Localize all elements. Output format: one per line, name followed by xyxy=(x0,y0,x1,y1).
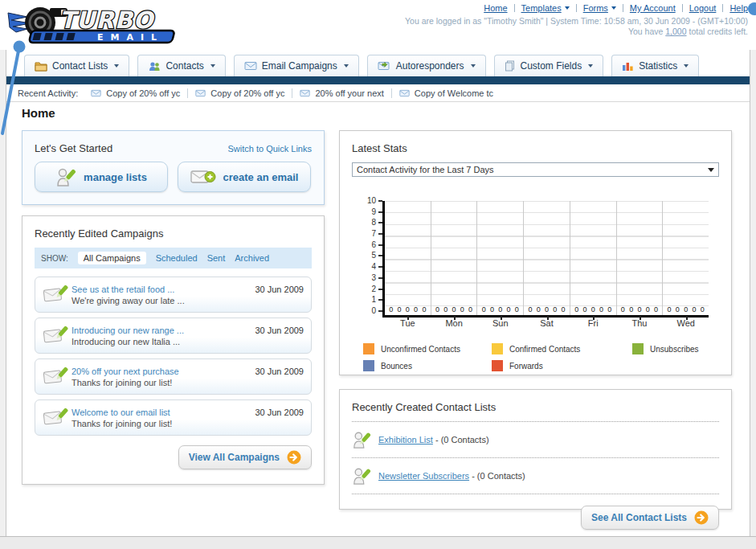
header-link-templates[interactable]: Templates xyxy=(521,3,570,13)
chart-value-label: 0 xyxy=(507,305,511,313)
latest-stats-panel: Latest Stats Contact Activity for the La… xyxy=(339,130,732,375)
page: TURBO EMAIL Home Templates Forms My xyxy=(0,0,756,549)
right-gutter xyxy=(750,50,756,536)
campaign-title-link[interactable]: 20% off your next purchase xyxy=(72,367,255,376)
chart-value-label: 0 xyxy=(629,305,633,313)
chevron-down-icon xyxy=(708,168,714,172)
person-pencil-icon xyxy=(352,429,371,450)
left-gutter xyxy=(0,50,6,536)
recent-activity-item[interactable]: Copy of 20% off yc xyxy=(91,88,180,98)
see-all-contact-lists-button[interactable]: See All Contact Lists xyxy=(581,506,719,530)
campaign-title-link[interactable]: Introducing our new range ... xyxy=(72,326,255,335)
campaign-subtitle: We're giving away our late ... xyxy=(72,296,255,305)
chart-y-tick: 8 xyxy=(371,219,382,226)
chart-y-tick: 6 xyxy=(371,242,382,248)
chart-value-label: 0 xyxy=(637,305,641,313)
header: TURBO EMAIL Home Templates Forms My xyxy=(0,0,756,50)
credits-link[interactable]: 1,000 xyxy=(665,27,686,36)
header-link-my-account[interactable]: My Account xyxy=(630,3,676,13)
recent-activity-label: Recent Activity: xyxy=(18,88,78,98)
chevron-down-icon xyxy=(471,64,476,68)
chart-value-label: 0 xyxy=(621,305,625,313)
chart-y-axis: 109876543210 xyxy=(363,198,382,314)
campaign-row[interactable]: Welcome to our email list Thanks for joi… xyxy=(35,399,312,436)
filter-all-campaigns[interactable]: All Campaigns xyxy=(78,252,146,264)
campaign-subtitle: Thanks for joining our list! xyxy=(72,378,255,387)
chart-value-label: 0 xyxy=(562,305,566,313)
chart-y-tick: 9 xyxy=(371,209,382,215)
recent-activity-bar: Recent Activity: Copy of 20% off yc Copy… xyxy=(6,84,750,102)
contact-list-link[interactable]: Newsletter Subscribers xyxy=(378,471,469,481)
contact-list-item[interactable]: Newsletter Subscribers - (0 Contacts) xyxy=(352,463,719,489)
tab-contact-lists[interactable]: Contact Lists xyxy=(24,55,129,76)
envelope-icon xyxy=(91,89,101,97)
header-link-logout[interactable]: Logout xyxy=(689,3,717,13)
header-link-separator xyxy=(514,4,515,12)
header-link-separator xyxy=(682,4,683,12)
chart-legend: Unconfirmed ContactsConfirmed ContactsUn… xyxy=(363,343,719,371)
campaign-title-link[interactable]: See us at the retail food ... xyxy=(72,285,255,294)
switch-quick-links-link[interactable]: Switch to Quick Links xyxy=(227,144,312,154)
contact-lists-title: Recently Created Contact Lists xyxy=(352,401,719,413)
tab-contacts[interactable]: Contacts xyxy=(137,55,225,76)
legend-swatch xyxy=(363,343,374,354)
envelope-pencil-icon xyxy=(43,406,68,427)
header-link-forms[interactable]: Forms xyxy=(583,3,616,13)
contact-list-item[interactable]: Exhibition List - (0 Contacts) xyxy=(352,427,719,453)
dotted-divider xyxy=(352,494,719,494)
campaign-row[interactable]: 20% off your next purchase Thanks for jo… xyxy=(35,358,312,395)
system-time-text: You are logged in as "Timothy Smith" | S… xyxy=(405,16,748,26)
tab-email-campaigns[interactable]: Email Campaigns xyxy=(234,55,359,76)
envelope-icon xyxy=(195,89,206,97)
stats-dropdown[interactable]: Contact Activity for the Last 7 Days xyxy=(352,162,719,177)
tab-custom-fields[interactable]: Custom Fields xyxy=(494,55,604,76)
dotted-divider xyxy=(352,457,719,458)
create-email-button[interactable]: create an email xyxy=(178,162,311,192)
contact-list-link[interactable]: Exhibition List xyxy=(378,435,433,445)
custom-fields-icon xyxy=(505,60,516,72)
chart-value-label: 0 xyxy=(553,305,557,313)
header-link-help[interactable]: Help xyxy=(729,3,748,13)
chart-value-label: 0 xyxy=(692,305,696,313)
filter-scheduled[interactable]: Scheduled xyxy=(156,253,198,263)
chart-day-group: 00000Mon xyxy=(431,201,477,315)
chart-x-label: Tue xyxy=(385,318,431,328)
chart-value-label: 0 xyxy=(460,305,464,313)
legend-swatch xyxy=(632,343,644,354)
turbo-email-logo-graphic: TURBO EMAIL xyxy=(6,3,196,48)
legend-item: Unconfirmed Contacts xyxy=(363,343,492,354)
chart-x-label: Fri xyxy=(570,318,616,328)
bottom-strip xyxy=(0,536,756,549)
legend-swatch xyxy=(363,360,374,371)
get-started-panel: Let's Get Started Switch to Quick Links … xyxy=(22,130,325,205)
logo-subtitle-text: EMAIL xyxy=(97,32,164,43)
header-link-home[interactable]: Home xyxy=(484,3,507,13)
recent-activity-item[interactable]: Copy of 20% off yc xyxy=(195,88,284,98)
filter-sent[interactable]: Sent xyxy=(207,253,226,263)
legend-swatch xyxy=(492,360,503,371)
contact-list-count: - (0 Contacts) xyxy=(469,471,525,481)
tab-statistics[interactable]: Statistics xyxy=(611,55,699,76)
chart-value-label: 0 xyxy=(452,305,456,313)
navy-divider-bar xyxy=(6,76,750,84)
tab-autoresponders[interactable]: Autoresponders xyxy=(367,55,486,76)
chart-value-label: 0 xyxy=(498,305,502,313)
manage-lists-button[interactable]: manage lists xyxy=(35,162,168,192)
chart-y-tick: 5 xyxy=(371,252,382,259)
chart-value-label: 0 xyxy=(515,305,519,313)
campaign-row[interactable]: Introducing our new range ... Introducin… xyxy=(35,318,312,354)
credits-text: You have 1,000 total credits left. xyxy=(405,27,748,36)
campaign-row[interactable]: See us at the retail food ... We're givi… xyxy=(35,277,312,313)
chart-plot: 00000Tue00000Mon00000Sun00000Sat00000Fri… xyxy=(382,201,709,318)
recent-activity-item[interactable]: Copy of Welcome tc xyxy=(399,88,493,98)
view-all-campaigns-button[interactable]: View All Campaigns xyxy=(178,445,312,469)
filter-archived[interactable]: Archived xyxy=(235,253,269,263)
chart-value-label: 0 xyxy=(582,305,586,313)
view-all-campaigns-label: View All Campaigns xyxy=(189,452,280,463)
recent-activity-item[interactable]: 20% off your next xyxy=(300,88,383,98)
campaign-title-link[interactable]: Welcome to our email list xyxy=(72,408,255,417)
main-navigation: Contact Lists Contacts Email Campaigns A… xyxy=(6,53,750,76)
arrow-right-circle-icon xyxy=(287,450,301,465)
campaign-subtitle: Introducing our new Italia ... xyxy=(72,337,255,346)
tab-label: Contact Lists xyxy=(52,60,108,72)
